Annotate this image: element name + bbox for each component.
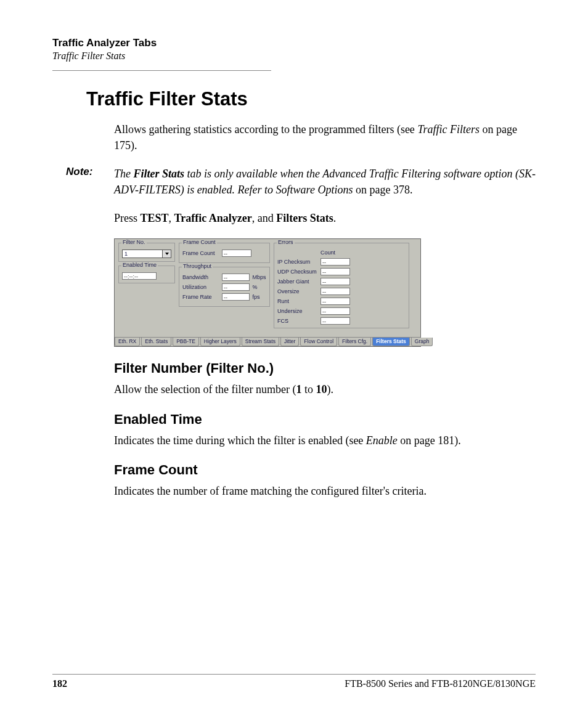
tab-filters-stats[interactable]: Filters Stats: [372, 338, 410, 346]
note-body: The Filter Stats tab is only available w…: [114, 166, 536, 198]
errors-count-header: Count: [321, 249, 350, 256]
throughput-row-unit: Mbps: [252, 274, 266, 280]
error-row-label: Runt: [277, 298, 318, 304]
tab-stream-stats[interactable]: Stream Stats: [242, 338, 279, 346]
text: ,: [169, 212, 174, 224]
enabled-time-group: Enabled Time --:--:--: [118, 266, 175, 283]
throughput-row-label: Frame Rate: [182, 294, 219, 300]
text-bold: Filter Stats: [134, 168, 185, 180]
section-filter-number-body: Allow the selection of the filter number…: [114, 381, 536, 397]
tab-eth-rx[interactable]: Eth. RX: [115, 338, 140, 346]
text: to: [301, 383, 316, 396]
tab-filters-cfg[interactable]: Filters Cfg.: [338, 338, 371, 346]
filter-no-dropdown[interactable]: 1: [122, 249, 171, 258]
error-row-label: FCS: [277, 318, 318, 324]
filter-no-value: 1: [122, 249, 163, 258]
throughput-row-value: --: [222, 274, 250, 281]
section-frame-count-heading: Frame Count: [114, 462, 536, 478]
throughput-row-label: Utilization: [182, 284, 219, 290]
error-row-value: --: [321, 258, 350, 266]
running-header-title: Traffic Analyzer Tabs: [52, 37, 536, 49]
enabled-time-value: --:--:--: [122, 272, 157, 280]
text: ).: [327, 383, 333, 396]
tab-jitter[interactable]: Jitter: [280, 338, 299, 346]
throughput-row-unit: fps: [252, 294, 266, 300]
section-enabled-time-body: Indicates the time during which the filt…: [114, 432, 536, 448]
text: on page 378.: [353, 184, 412, 196]
error-row-label: Undersize: [277, 308, 318, 314]
ref-enable: Enable: [366, 434, 398, 447]
filter-no-title: Filter No.: [121, 239, 147, 245]
text-bold: Filters Stats: [276, 212, 333, 224]
footer-rule: [52, 674, 536, 675]
throughput-row-value: --: [222, 293, 250, 301]
error-row-value: --: [321, 268, 350, 275]
text-bold: TEST: [141, 212, 169, 224]
throughput-title: Throughput: [182, 263, 213, 269]
section-filter-number-heading: Filter Number (Filter No.): [114, 360, 536, 376]
ref-traffic-filters: Traffic Filters: [417, 123, 480, 136]
filter-no-group: Filter No. 1: [118, 243, 175, 262]
text: .: [333, 212, 337, 224]
frame-count-label: Frame Count: [182, 250, 219, 256]
text-bold: 10: [316, 383, 327, 396]
frame-count-group: Frame Count Frame Count --: [179, 243, 270, 263]
page-title: Traffic Filter Stats: [86, 88, 536, 110]
tab-eth-stats[interactable]: Eth. Stats: [141, 338, 171, 346]
throughput-group: Throughput Bandwidth -- Mbps Utilization…: [179, 267, 270, 307]
text: , and: [252, 212, 277, 224]
chevron-down-icon[interactable]: [163, 249, 171, 258]
page-number: 182: [52, 678, 67, 689]
error-row-value: --: [321, 298, 350, 305]
intro-paragraph: Allows gathering statistics according to…: [114, 121, 536, 153]
throughput-row-value: --: [222, 283, 250, 291]
error-row-value: --: [321, 307, 350, 315]
press-instruction: Press TEST, Traffic Analyzer, and Filter…: [114, 210, 536, 226]
text: Allow the selection of the filter number…: [114, 383, 296, 396]
error-row-label: IP Checksum: [277, 259, 318, 265]
text-bold: Traffic Analyzer: [174, 212, 252, 224]
text: The: [114, 168, 134, 180]
error-row-label: UDP Checksum: [277, 269, 318, 275]
header-rule: [52, 70, 271, 71]
error-row-label: Jabber Giant: [277, 278, 318, 285]
throughput-row-label: Bandwidth: [182, 274, 219, 280]
footer-product: FTB-8500 Series and FTB-8120NGE/8130NGE: [345, 678, 536, 689]
tab-pbb-te[interactable]: PBB-TE: [173, 338, 199, 346]
frame-count-title: Frame Count: [182, 239, 217, 245]
error-row-value: --: [321, 317, 350, 325]
text: Indicates the time during which the filt…: [114, 434, 366, 447]
tab-bar: Eth. RX Eth. Stats PBB-TE Higher Layers …: [115, 337, 420, 346]
errors-group: Errors Count IP Checksum-- UDP Checksum-…: [274, 243, 409, 328]
section-frame-count-body: Indicates the number of frame matching t…: [114, 483, 536, 499]
error-row-label: Oversize: [277, 288, 318, 294]
throughput-row-unit: %: [252, 284, 266, 290]
enabled-time-title: Enabled Time: [121, 262, 158, 268]
tab-graph[interactable]: Graph: [411, 338, 433, 346]
note-block: Note: The Filter Stats tab is only avail…: [66, 166, 536, 198]
text: on page 181).: [398, 434, 461, 447]
note-label: Note:: [66, 166, 114, 198]
tab-higher-layers[interactable]: Higher Layers: [200, 338, 240, 346]
running-header-subtitle: Traffic Filter Stats: [52, 51, 536, 62]
error-row-value: --: [321, 278, 350, 285]
error-row-value: --: [321, 288, 350, 295]
text: Press: [114, 212, 141, 224]
errors-title: Errors: [277, 239, 295, 245]
frame-count-value: --: [222, 249, 251, 257]
embedded-screenshot: Filter No. 1 Enabled Time --:--:-- Frame…: [114, 238, 421, 347]
section-enabled-time-heading: Enabled Time: [114, 412, 536, 428]
tab-flow-control[interactable]: Flow Control: [300, 338, 337, 346]
text: Allows gathering statistics according to…: [114, 123, 417, 136]
